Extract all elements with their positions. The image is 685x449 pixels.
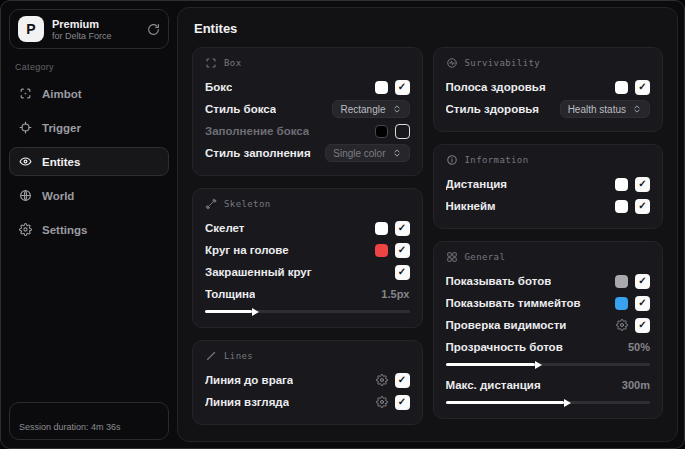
card-title: Survivability <box>465 58 541 68</box>
slider-thumb[interactable] <box>252 308 259 316</box>
row-controls: ✓ <box>375 243 410 258</box>
sidebar-item-world[interactable]: World <box>9 181 169 210</box>
slider-fill <box>446 363 536 366</box>
slider-track-thickness[interactable] <box>205 310 410 313</box>
card-information: InformationДистанция✓Никнейм✓ <box>433 144 664 229</box>
slider-track-bot-opacity[interactable] <box>446 363 651 366</box>
app-title: Premium <box>52 18 139 30</box>
slider-label: Толщина <box>205 288 255 300</box>
slider-value: 300m <box>622 379 650 391</box>
gear-icon[interactable] <box>376 396 388 408</box>
checkbox-skeleton[interactable]: ✓ <box>395 221 410 236</box>
select-value: Rectangle <box>340 104 385 115</box>
settings-icon <box>19 223 32 236</box>
checkbox-box-fill[interactable] <box>395 124 410 139</box>
checkbox-health-bar[interactable]: ✓ <box>635 80 650 95</box>
row-label: Линия взгляда <box>205 396 289 408</box>
sidebar-item-entites[interactable]: Entites <box>9 147 169 176</box>
right-column: SurvivabilityПолоса здоровья✓Стиль здоро… <box>433 47 664 425</box>
swatch-health-bar[interactable] <box>615 81 628 94</box>
row-label: Закрашенный круг <box>205 266 312 278</box>
card-header-general: General <box>446 251 651 263</box>
card-columns: BoxБокс✓Стиль боксаRectangleЗаполнение б… <box>192 47 663 425</box>
swatch-distance[interactable] <box>615 178 628 191</box>
category-label: Category <box>15 62 163 72</box>
logo-text: Premium for Delta Force <box>52 18 139 41</box>
unfold-icon <box>632 104 642 114</box>
row-controls <box>375 124 410 139</box>
sidebar-item-label: Settings <box>42 224 87 236</box>
sync-icon[interactable] <box>147 23 160 36</box>
gear-icon[interactable] <box>616 319 628 331</box>
select-value: Health status <box>568 104 626 115</box>
slider-thumb[interactable] <box>564 399 571 407</box>
row-label: Стиль бокса <box>205 103 276 115</box>
unfold-icon <box>392 104 402 114</box>
row-label: Дистанция <box>446 178 507 190</box>
row-controls: ✓ <box>615 177 650 192</box>
swatch-show-bots[interactable] <box>615 275 628 288</box>
swatch-show-teammates[interactable] <box>615 297 628 310</box>
row-filled-circle: Закрашенный круг✓ <box>205 261 410 283</box>
main-panel: Entites BoxБокс✓Стиль боксаRectangleЗапо… <box>177 7 678 442</box>
sidebar-nav: AimbotTriggerEntitesWorldSettings <box>9 79 169 244</box>
swatch-box[interactable] <box>375 81 388 94</box>
logo-card: P Premium for Delta Force <box>9 9 169 49</box>
world-icon <box>19 189 32 202</box>
checkbox-enemy-line[interactable]: ✓ <box>395 373 410 388</box>
card-header-information: Information <box>446 154 651 166</box>
swatch-skeleton[interactable] <box>375 222 388 235</box>
checkbox-head-circle[interactable]: ✓ <box>395 243 410 258</box>
sidebar-item-trigger[interactable]: Trigger <box>9 113 169 142</box>
row-distance: Дистанция✓ <box>446 173 651 195</box>
row-controls: ✓ <box>616 318 650 333</box>
row-controls: Rectangle <box>332 100 409 118</box>
lines-icon <box>205 350 217 362</box>
general-grid-icon <box>446 251 458 263</box>
checkbox-show-teammates[interactable]: ✓ <box>635 296 650 311</box>
swatch-box-fill[interactable] <box>375 125 388 138</box>
checkbox-nickname[interactable]: ✓ <box>635 199 650 214</box>
slider-thumb[interactable] <box>535 361 542 369</box>
slider-label: Прозрачность ботов <box>446 341 563 353</box>
checkbox-box[interactable]: ✓ <box>395 80 410 95</box>
checkbox-show-bots[interactable]: ✓ <box>635 274 650 289</box>
skeleton-bone-icon <box>205 198 217 210</box>
row-skeleton: Скелет✓ <box>205 217 410 239</box>
checkbox-visibility-check[interactable]: ✓ <box>635 318 650 333</box>
row-box-style: Стиль боксаRectangle <box>205 98 410 120</box>
row-label: Показывать ботов <box>446 275 552 287</box>
slider-track-max-distance[interactable] <box>446 401 651 404</box>
row-controls: ✓ <box>615 274 650 289</box>
sidebar-item-aimbot[interactable]: Aimbot <box>9 79 169 108</box>
select-health-style[interactable]: Health status <box>560 100 650 118</box>
sidebar-item-settings[interactable]: Settings <box>9 215 169 244</box>
select-fill-style[interactable]: Single color <box>325 144 409 162</box>
gear-icon[interactable] <box>376 374 388 386</box>
swatch-head-circle[interactable] <box>375 244 388 257</box>
row-label: Проверка видимости <box>446 319 567 331</box>
card-header-skeleton: Skeleton <box>205 198 410 210</box>
slider-value: 1.5px <box>381 288 409 300</box>
app-logo: P <box>18 16 44 42</box>
card-lines: LinesЛиния до врага✓Линия взгляда✓ <box>192 340 423 425</box>
card-box: BoxБокс✓Стиль боксаRectangleЗаполнение б… <box>192 47 423 176</box>
checkbox-distance[interactable]: ✓ <box>635 177 650 192</box>
sidebar: P Premium for Delta Force Category Aimbo… <box>1 1 177 448</box>
checkbox-filled-circle[interactable]: ✓ <box>395 265 410 280</box>
select-box-style[interactable]: Rectangle <box>332 100 409 118</box>
sidebar-item-label: Entites <box>42 156 80 168</box>
information-icon <box>446 154 458 166</box>
slider-max-distance: Макс. дистанция300m <box>446 375 651 404</box>
swatch-nickname[interactable] <box>615 200 628 213</box>
select-value: Single color <box>333 148 385 159</box>
row-box: Бокс✓ <box>205 76 410 98</box>
row-enemy-line: Линия до врага✓ <box>205 369 410 391</box>
card-general: GeneralПоказывать ботов✓Показывать тимме… <box>433 241 664 419</box>
row-label: Линия до врага <box>205 374 293 386</box>
slider-row-bot-opacity: Прозрачность ботов50% <box>446 337 651 357</box>
slider-row-thickness: Толщина1.5px <box>205 284 410 304</box>
checkbox-vision-line[interactable]: ✓ <box>395 395 410 410</box>
row-label: Круг на голове <box>205 244 289 256</box>
row-vision-line: Линия взгляда✓ <box>205 391 410 413</box>
